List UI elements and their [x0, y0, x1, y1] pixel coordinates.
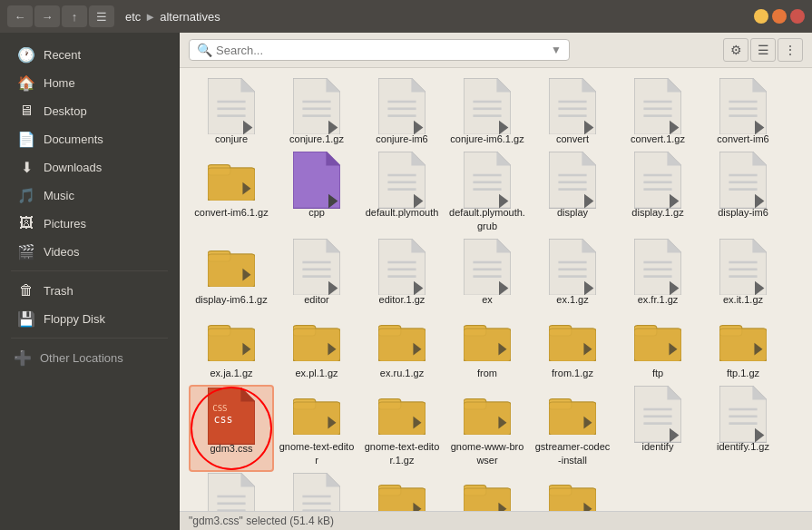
file-item[interactable]: convert: [530, 77, 615, 151]
breadcrumb-etc[interactable]: etc: [125, 10, 141, 24]
forward-button[interactable]: →: [34, 5, 60, 27]
file-item[interactable]: ex.ja.1.gz: [189, 311, 274, 385]
sidebar-item-trash[interactable]: 🗑 Trash: [4, 277, 175, 304]
file-label: from.1.gz: [552, 367, 593, 379]
search-input[interactable]: [216, 44, 547, 57]
file-item[interactable]: conjure-im6.1.gz: [445, 77, 530, 151]
file-item[interactable]: conjure-im6: [359, 77, 445, 151]
sidebar-label-other-locations: Other Locations: [40, 351, 123, 365]
search-dropdown-arrow[interactable]: ▼: [551, 44, 562, 56]
file-item[interactable]: ftp: [615, 311, 700, 385]
videos-icon: 🎬: [18, 243, 34, 260]
svg-rect-153: [293, 402, 340, 435]
file-item[interactable]: css CSS gdm3.css: [189, 385, 274, 472]
doc-icon: [634, 156, 681, 203]
nav-buttons: ← → ↑ ☰: [7, 5, 114, 27]
folder-icon: [208, 243, 255, 290]
sidebar-section-places: 🕐 Recent 🏠 Home 🖥 Desktop 📄 Documents ⬇ …: [0, 41, 179, 265]
sidebar-item-pictures[interactable]: 🖼 Pictures: [4, 210, 175, 237]
file-item[interactable]: from.1.gz: [530, 311, 615, 385]
sidebar-item-home[interactable]: 🏠 Home: [4, 69, 175, 96]
file-item[interactable]: display-im6: [700, 151, 786, 238]
up-button[interactable]: ↑: [62, 5, 87, 27]
sidebar-item-floppy[interactable]: 💾 Floppy Disk: [4, 305, 175, 332]
svg-marker-114: [752, 239, 767, 253]
file-item[interactable]: identify-im6.1.gz: [274, 472, 359, 511]
file-label: ex.ru.1.gz: [380, 367, 424, 379]
file-item[interactable]: convert-im6.1.gz: [189, 151, 274, 238]
file-item[interactable]: identify-im6: [189, 472, 274, 511]
file-item[interactable]: cpp: [274, 151, 359, 238]
folder-icon: [378, 317, 426, 364]
svg-marker-185: [293, 473, 340, 511]
svg-rect-145: [719, 329, 767, 361]
file-item[interactable]: default.plymouth.grub: [445, 151, 530, 238]
file-item[interactable]: identify.1.gz: [700, 385, 786, 472]
sidebar-item-music[interactable]: 🎵 Music: [4, 182, 175, 209]
sidebar-label-trash: Trash: [44, 284, 73, 298]
file-item[interactable]: gnome-www-browser: [445, 385, 530, 472]
file-item[interactable]: ex.ru.1.gz: [359, 311, 445, 385]
list-view-button[interactable]: ☰: [750, 38, 776, 62]
file-item[interactable]: display: [530, 151, 615, 238]
file-item[interactable]: conjure.1.gz: [274, 77, 359, 151]
file-item[interactable]: ex.pl.1.gz: [274, 311, 359, 385]
bookmarks-button[interactable]: ☰: [89, 5, 114, 27]
breadcrumb-alternatives[interactable]: alternatives: [160, 10, 220, 24]
grid-view-button[interactable]: ⚙: [723, 38, 748, 62]
file-item[interactable]: conjure: [189, 77, 274, 151]
svg-rect-44: [208, 168, 255, 201]
documents-icon: 📄: [18, 131, 34, 147]
file-item[interactable]: display-im6.1.gz: [189, 238, 274, 311]
file-item[interactable]: gnome-text-editor: [274, 385, 359, 472]
sidebar-item-recent[interactable]: 🕐 Recent: [4, 41, 175, 68]
maximize-button[interactable]: [772, 9, 787, 24]
file-item[interactable]: import.1.gz: [445, 472, 530, 511]
file-item[interactable]: display.1.gz: [615, 151, 700, 238]
file-grid: conjure conjure.1.gz conjure-im6 conjure…: [180, 68, 812, 511]
file-item[interactable]: convert.1.gz: [615, 77, 700, 151]
file-item[interactable]: import-im6: [530, 472, 615, 511]
file-item[interactable]: import: [359, 472, 445, 511]
symlink-icon: [293, 156, 340, 203]
file-item[interactable]: default.plymouth: [359, 151, 445, 238]
file-item[interactable]: ex.1.gz: [530, 238, 615, 311]
doc-icon: [293, 83, 340, 130]
more-options-button[interactable]: ⋮: [778, 38, 803, 62]
close-button[interactable]: [790, 9, 805, 24]
downloads-icon: ⬇: [18, 159, 34, 175]
folder-icon: [293, 317, 340, 364]
file-item[interactable]: ex: [445, 238, 530, 311]
file-item[interactable]: editor: [274, 238, 359, 311]
file-item[interactable]: gnome-text-editor.1.gz: [359, 385, 445, 472]
search-bar: 🔍 ▼: [189, 39, 570, 61]
minimize-button[interactable]: [754, 9, 768, 24]
file-item[interactable]: gstreamer-codec-install: [530, 385, 615, 472]
file-item[interactable]: ftp.1.gz: [700, 311, 786, 385]
doc-icon: [293, 243, 340, 290]
svg-rect-121: [208, 329, 255, 361]
sidebar-item-videos[interactable]: 🎬 Videos: [4, 238, 175, 265]
file-item[interactable]: convert-im6: [700, 77, 786, 151]
sidebar-divider-1: [11, 270, 168, 271]
recent-icon: 🕐: [18, 46, 34, 63]
file-item[interactable]: from: [445, 311, 530, 385]
file-label: convert-im6.1.gz: [194, 206, 268, 219]
file-label: ex.ja.1.gz: [210, 367, 252, 379]
sidebar-label-desktop: Desktop: [44, 104, 87, 118]
sidebar-item-other-locations[interactable]: ➕ Other Locations: [0, 344, 179, 371]
sidebar-item-desktop[interactable]: 🖥 Desktop: [4, 97, 175, 124]
back-button[interactable]: ←: [7, 5, 33, 27]
status-text: "gdm3.css" selected (51.4 kB): [189, 515, 334, 527]
sidebar-label-recent: Recent: [44, 48, 81, 62]
sidebar-item-documents[interactable]: 📄 Documents: [4, 125, 175, 152]
file-item[interactable]: ex.fr.1.gz: [615, 238, 700, 311]
doc-icon: [378, 83, 426, 130]
file-item[interactable]: identify: [615, 385, 700, 472]
titlebar: ← → ↑ ☰ etc ► alternatives: [0, 0, 812, 33]
folder-icon: [719, 317, 767, 364]
sidebar-item-downloads[interactable]: ⬇ Downloads: [4, 153, 175, 181]
file-item[interactable]: ex.it.1.gz: [700, 238, 786, 311]
statusbar: "gdm3.css" selected (51.4 kB): [180, 511, 812, 530]
file-item[interactable]: editor.1.gz: [359, 238, 445, 311]
